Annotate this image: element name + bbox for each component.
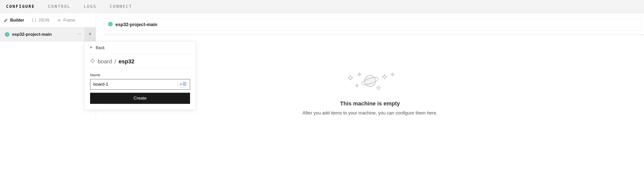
topnav: CONFIGURE CONTROL LOGS CONNECT bbox=[0, 0, 644, 13]
ellipsis-icon bbox=[77, 32, 82, 37]
tab-logs[interactable]: LOGS bbox=[84, 4, 97, 9]
subtab-label: Frame bbox=[63, 18, 75, 23]
tab-configure[interactable]: CONFIGURE bbox=[6, 4, 35, 9]
password-manager-indicator[interactable] bbox=[177, 81, 188, 87]
arrow-left-icon bbox=[89, 45, 93, 51]
machine-header: esp32-project-main bbox=[104, 19, 642, 30]
lock-icon bbox=[179, 82, 182, 87]
more-button[interactable] bbox=[74, 27, 84, 42]
sidebar-project-name: esp32-project-main bbox=[12, 32, 74, 37]
svg-point-10 bbox=[364, 75, 376, 87]
plus-icon bbox=[88, 32, 92, 37]
component-breadcrumb: board / esp32 bbox=[90, 58, 190, 69]
sidebar-project-row[interactable]: esp32-project-main bbox=[0, 27, 96, 42]
component-model: esp32 bbox=[118, 58, 134, 65]
back-button[interactable]: Back bbox=[84, 42, 196, 54]
svg-rect-12 bbox=[180, 84, 181, 85]
subtab-label: Builder bbox=[10, 18, 24, 23]
subtab-json[interactable]: JSON bbox=[32, 18, 49, 23]
viam-icon bbox=[5, 32, 10, 37]
empty-desc: After you add items to your machine, you… bbox=[302, 110, 437, 116]
sidebar: Builder JSON Frame esp32-project-main bbox=[0, 13, 96, 122]
component-type: board bbox=[98, 58, 112, 65]
viam-icon bbox=[108, 22, 113, 28]
wrench-icon bbox=[4, 18, 8, 23]
empty-state: This machine is empty After you add item… bbox=[302, 71, 437, 116]
subtab-bar: Builder JSON Frame bbox=[0, 13, 96, 27]
tab-control[interactable]: CONTROL bbox=[48, 4, 71, 9]
svg-point-5 bbox=[79, 34, 80, 34]
empty-title: This machine is empty bbox=[302, 100, 437, 107]
svg-point-0 bbox=[59, 20, 59, 21]
tab-connect[interactable]: CONNECT bbox=[110, 4, 132, 9]
name-input[interactable] bbox=[90, 79, 190, 90]
frame-icon bbox=[57, 18, 61, 23]
back-label: Back bbox=[96, 46, 105, 50]
subtab-frame[interactable]: Frame bbox=[57, 18, 75, 23]
sparkle-planet-icon bbox=[345, 71, 395, 94]
svg-point-4 bbox=[78, 34, 78, 34]
name-field-label: Name bbox=[90, 73, 190, 77]
subtab-label: JSON bbox=[38, 18, 49, 23]
svg-point-6 bbox=[80, 34, 81, 34]
divider bbox=[104, 34, 644, 35]
breadcrumb-separator: / bbox=[114, 58, 116, 65]
subtab-builder[interactable]: Builder bbox=[4, 18, 24, 23]
svg-point-3 bbox=[7, 34, 8, 35]
create-button[interactable]: Create bbox=[90, 93, 190, 104]
onepassword-icon bbox=[183, 82, 186, 87]
add-button[interactable] bbox=[84, 27, 96, 42]
add-component-popover: Back board / esp32 Name Create bbox=[84, 41, 196, 110]
braces-icon bbox=[32, 18, 36, 23]
svg-point-9 bbox=[110, 24, 111, 25]
machine-name: esp32-project-main bbox=[115, 22, 157, 27]
diamond-icon bbox=[90, 58, 95, 65]
